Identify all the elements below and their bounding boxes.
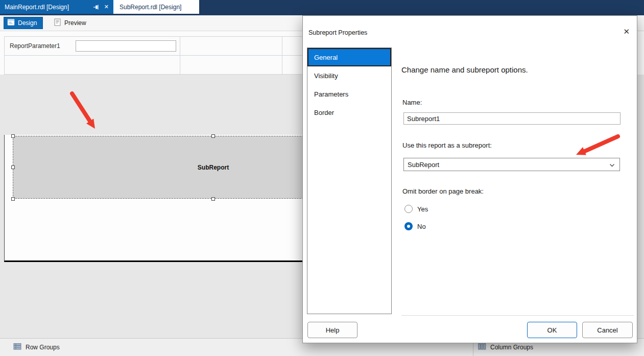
parameter-cell: ReportParameter1 [5, 37, 180, 56]
radio-selected-icon [404, 222, 413, 230]
row-groups-header: Row Groups [13, 339, 60, 356]
use-report-label: Use this report as a subreport: [402, 141, 492, 149]
resize-handle-top-middle[interactable] [211, 134, 215, 138]
omit-border-label: Omit border on page break: [402, 187, 484, 195]
radio-no-label: No [417, 223, 426, 230]
parameter-value-input[interactable] [76, 40, 176, 52]
name-label: Name: [402, 99, 422, 106]
chevron-down-icon [609, 161, 615, 169]
report-designer-window: MainReport.rdl [Design] ✕ SubReport.rdl … [0, 0, 644, 356]
tab-mainreport[interactable]: MainReport.rdl [Design] ✕ [0, 0, 113, 14]
preview-icon [54, 18, 61, 28]
close-icon[interactable]: ✕ [103, 4, 110, 10]
preview-view-button[interactable]: Preview [50, 17, 90, 29]
dialog-description: Change name and subreport options. [401, 65, 528, 74]
cancel-button[interactable]: Cancel [582, 322, 633, 338]
parameter-grid-cell [180, 37, 282, 56]
nav-item-visibility[interactable]: Visibility [307, 66, 391, 85]
name-input[interactable] [403, 112, 621, 125]
subreport-combobox[interactable]: SubReport [403, 158, 620, 171]
help-button[interactable]: Help [307, 322, 357, 338]
resize-handle-top-left[interactable] [11, 134, 15, 138]
resize-handle-left-middle[interactable] [11, 165, 15, 169]
preview-button-label: Preview [64, 19, 86, 27]
resize-handle-bottom-left[interactable] [11, 197, 15, 201]
nav-item-parameters[interactable]: Parameters [307, 85, 391, 103]
column-groups-icon [478, 343, 486, 351]
dialog-nav-list: General Visibility Parameters Border [307, 48, 392, 314]
tab-subreport-label: SubReport.rdl [Design] [120, 4, 181, 11]
row-groups-label: Row Groups [26, 344, 60, 351]
radio-no[interactable]: No [404, 222, 426, 230]
close-icon[interactable]: ✕ [623, 28, 630, 35]
dialog-title: Subreport Properties [308, 29, 367, 36]
radio-yes-label: Yes [417, 205, 428, 213]
radio-unselected-icon [404, 205, 413, 213]
tab-mainreport-label: MainReport.rdl [Design] [5, 4, 89, 11]
subreport-properties-dialog: Subreport Properties ✕ General Visibilit… [302, 15, 637, 343]
parameter-grid-cell [180, 56, 282, 75]
tab-subreport[interactable]: SubReport.rdl [Design] [113, 0, 199, 14]
resize-handle-bottom-middle[interactable] [211, 197, 215, 201]
pin-icon[interactable] [93, 4, 99, 10]
design-icon [7, 18, 15, 28]
parameter-name-label: ReportParameter1 [10, 42, 60, 50]
combobox-value: SubReport [408, 161, 439, 169]
nav-item-border[interactable]: Border [307, 103, 391, 122]
radio-yes[interactable]: Yes [404, 205, 428, 213]
design-button-label: Design [18, 19, 37, 27]
column-groups-label: Column Groups [490, 344, 533, 351]
design-view-button[interactable]: Design [4, 17, 43, 29]
document-tab-bar: MainReport.rdl [Design] ✕ SubReport.rdl … [0, 0, 644, 15]
nav-item-general[interactable]: General [307, 48, 391, 66]
ok-button[interactable]: OK [527, 322, 577, 338]
row-groups-icon [13, 343, 21, 351]
content-separator [401, 315, 634, 316]
arrow-to-subreport [72, 93, 95, 129]
parameter-grid-cell [5, 56, 180, 75]
subreport-label: SubReport [198, 164, 229, 171]
